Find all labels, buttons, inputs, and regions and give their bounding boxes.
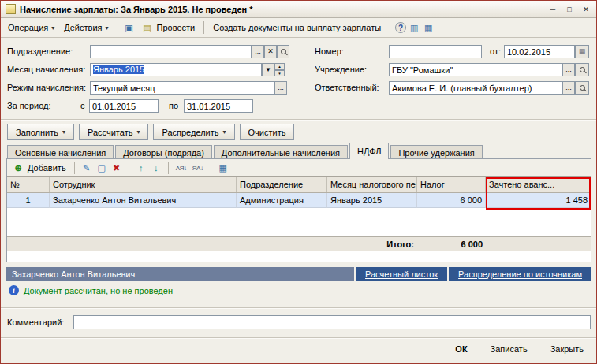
department-clear-button[interactable]: ✕ <box>264 45 277 58</box>
fill-button-label: Заполнить <box>16 128 58 137</box>
ok-button[interactable]: ОК <box>447 341 475 357</box>
table-empty-area[interactable] <box>7 208 591 236</box>
comment-field[interactable] <box>73 315 591 329</box>
total-spacer <box>7 237 50 251</box>
total-tax-value: 6 000 <box>417 237 486 251</box>
accrual-month-field[interactable]: Январь 2015 <box>90 63 262 76</box>
close-button[interactable]: Закрыть <box>543 341 591 357</box>
department-select-button[interactable]: ... <box>252 45 264 58</box>
table-total-row: Итого: 6 000 <box>7 236 591 251</box>
number-field[interactable] <box>389 45 482 58</box>
actions-menu-button[interactable]: Действия ▾ <box>60 21 112 34</box>
department-field[interactable] <box>90 45 252 58</box>
separator <box>203 21 204 34</box>
cell-num[interactable]: 1 <box>7 193 50 208</box>
calculate-button[interactable]: Рассчитать ▾ <box>79 124 148 140</box>
date-field[interactable] <box>504 45 575 58</box>
current-row-bar: Захарченко Антон Витальевич Расчетный ли… <box>6 267 591 281</box>
institution-select-button[interactable]: ... <box>562 63 575 76</box>
institution-label: Учреждение: <box>315 63 367 76</box>
post-button-label: Провести <box>157 23 196 32</box>
copy-row-icon[interactable]: ▢ <box>95 163 108 173</box>
table-row[interactable]: 1 Захарченко Антон Витальевич Администра… <box>7 193 591 208</box>
spin-down-icon[interactable]: ▾ <box>274 70 285 77</box>
institution-field[interactable] <box>389 63 562 76</box>
separator <box>390 21 390 34</box>
document-movements-icon[interactable]: ▦ <box>422 23 435 33</box>
create-payout-docs-label: Создать документы на выплату зарплаты <box>213 23 381 32</box>
department-open-button[interactable] <box>277 45 289 58</box>
column-header-tax-month[interactable]: Месяц налогового пери... <box>327 177 417 192</box>
column-header-num[interactable]: № <box>7 177 50 192</box>
current-employee-name: Захарченко Антон Витальевич <box>6 267 354 281</box>
separator <box>168 162 169 174</box>
spin-up-icon[interactable]: ▴ <box>274 63 285 70</box>
accrual-mode-select-button[interactable]: ... <box>274 81 287 95</box>
accrual-month-value: Январь 2015 <box>93 65 144 74</box>
separator <box>129 162 129 174</box>
delete-row-icon[interactable]: ✖ <box>110 163 123 173</box>
cell-advance-credited[interactable]: 1 458 <box>486 193 591 208</box>
column-header-tax[interactable]: Налог <box>417 177 486 192</box>
close-icon[interactable]: ✕ <box>579 3 593 15</box>
post-button[interactable]: ▤ Провести <box>137 21 200 35</box>
cell-employee[interactable]: Захарченко Антон Витальевич <box>50 193 237 208</box>
move-up-icon[interactable]: ↑ <box>135 163 147 173</box>
period-to-field[interactable] <box>184 99 253 113</box>
tab-contracts[interactable]: Договоры (подряда) <box>115 145 212 159</box>
move-down-icon[interactable]: ↓ <box>150 163 162 173</box>
institution-open-button[interactable] <box>575 63 589 76</box>
document-structure-icon[interactable]: ▥ <box>408 23 420 33</box>
status-row: i Документ рассчитан, но не проведен <box>9 285 173 295</box>
tab-main-accruals[interactable]: Основные начисления <box>7 145 114 159</box>
bottom-button-bar: ОК Записать Закрыть <box>1 340 591 358</box>
tab-additional-accruals[interactable]: Дополнительные начисления <box>214 145 348 159</box>
save-icon[interactable]: ▣ <box>123 23 136 33</box>
tab-other-deductions[interactable]: Прочие удержания <box>390 145 482 159</box>
table-empty-area <box>7 251 591 262</box>
distribute-button[interactable]: Распределить ▾ <box>153 124 234 140</box>
table-header-row: № Сотрудник Подразделение Месяц налогово… <box>7 177 591 193</box>
tab-ndfl[interactable]: НДФЛ <box>349 143 389 159</box>
responsible-select-button[interactable]: ... <box>562 81 575 95</box>
titlebar[interactable]: Начисление зарплаты: За Январь 2015. Не … <box>1 1 596 18</box>
operation-menu-button[interactable]: Операция ▾ <box>4 21 58 34</box>
payslip-link[interactable]: Расчетный листок <box>356 267 447 281</box>
edit-row-icon[interactable]: ✎ <box>80 163 93 173</box>
ndfl-table: № Сотрудник Подразделение Месяц налогово… <box>7 176 591 262</box>
responsible-field[interactable] <box>389 81 562 95</box>
accrual-month-stepper[interactable]: ▴ ▾ <box>274 63 285 76</box>
sort-ascending-icon[interactable]: АЯ↓ <box>174 165 188 172</box>
accrual-month-dropdown-icon[interactable]: ▾ <box>262 63 274 76</box>
cell-tax-month[interactable]: Январь 2015 <box>327 193 417 208</box>
minimize-icon[interactable]: ─ <box>546 3 560 15</box>
total-spacer <box>486 237 591 251</box>
fill-button[interactable]: Заполнить ▾ <box>7 124 74 140</box>
table-settings-icon[interactable]: ▦ <box>217 163 229 173</box>
calendar-icon[interactable]: ▦ <box>575 45 589 58</box>
separator <box>479 344 479 355</box>
maximize-icon[interactable]: □ <box>562 3 576 15</box>
responsible-open-button[interactable] <box>575 81 589 95</box>
sort-descending-icon[interactable]: ЯА↓ <box>191 165 205 172</box>
period-label: За период: <box>7 99 51 113</box>
separator <box>1 119 596 121</box>
distribution-by-sources-link[interactable]: Распределение по источникам <box>449 267 591 281</box>
column-header-advance-credited[interactable]: Зачтено аванс... <box>486 177 591 192</box>
add-icon: ⊕ <box>12 163 24 173</box>
help-icon[interactable]: ? <box>395 22 406 33</box>
column-header-department[interactable]: Подразделение <box>237 177 327 192</box>
clear-button[interactable]: Очистить <box>240 124 295 140</box>
save-button[interactable]: Записать <box>483 341 535 357</box>
separator <box>1 337 596 339</box>
create-payout-docs-button[interactable]: Создать документы на выплату зарплаты <box>209 21 385 34</box>
window-title: Начисление зарплаты: За Январь 2015. Не … <box>20 5 546 14</box>
department-label: Подразделение: <box>7 45 73 58</box>
chevron-down-icon: ▾ <box>136 128 140 136</box>
cell-tax[interactable]: 6 000 <box>417 193 486 208</box>
column-header-employee[interactable]: Сотрудник <box>50 177 237 192</box>
period-from-field[interactable] <box>89 99 159 113</box>
cell-department[interactable]: Администрация <box>237 193 327 208</box>
accrual-mode-field[interactable] <box>90 81 274 95</box>
add-row-button[interactable]: ⊕ Добавить <box>9 162 69 175</box>
